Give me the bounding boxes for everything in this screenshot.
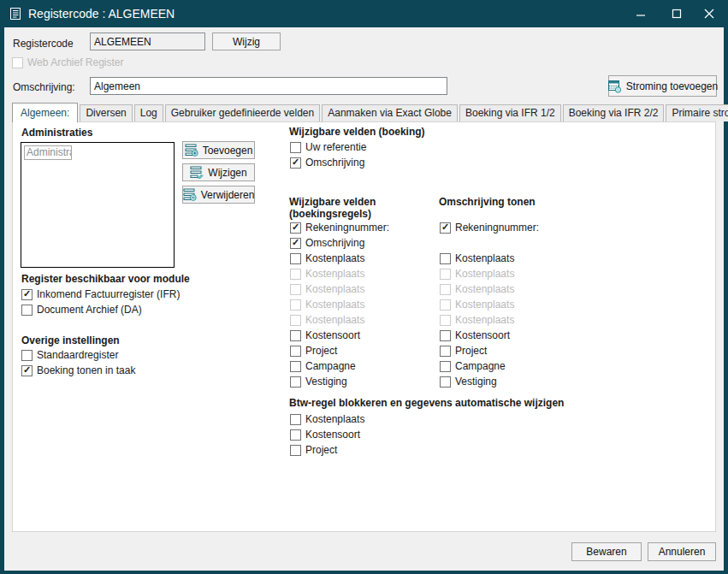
omschrijving-field[interactable] <box>90 77 447 95</box>
dialog-window: Registercode : ALGEMEEN Registercode Wij… <box>0 0 728 574</box>
checkbox-btw-project[interactable]: Project <box>290 442 364 458</box>
boekingsregels-heading-line1: Wijzigbare velden <box>289 196 376 208</box>
table-flow-icon <box>607 80 622 93</box>
checkbox-box <box>290 315 301 326</box>
checkbox-box <box>290 330 301 341</box>
verwijderen-button[interactable]: Verwijderen <box>182 186 255 204</box>
checkbox-box <box>440 253 451 264</box>
wijzig-button-label: Wijzig <box>233 36 260 48</box>
minimize-icon <box>636 9 646 19</box>
checkbox-box <box>290 142 301 153</box>
checkbox-label: Boeking tonen in taak <box>37 364 135 376</box>
checkbox-label: Kostensoort <box>305 329 360 341</box>
checkbox-vestiging[interactable]: Vestiging <box>290 374 389 389</box>
minimize-button[interactable] <box>630 5 652 22</box>
bewaren-button[interactable]: Bewaren <box>571 542 642 561</box>
tab-boeking-via-ifr-1-2[interactable]: Boeking via IFR 1/2 <box>459 104 561 121</box>
checkbox-tonen-kostenplaats[interactable]: Kostenplaats <box>440 251 539 266</box>
wijzig-button[interactable]: Wijzig <box>212 33 281 50</box>
administratie-list-item[interactable]: Administra <box>24 145 72 160</box>
checkbox-tonen-kostensoort[interactable]: Kostensoort <box>440 328 539 343</box>
tab-label: Aanmaken via Exact Globe <box>328 107 452 119</box>
checkbox-tonen-kostenplaats-2[interactable]: Kostenplaats <box>440 266 539 281</box>
table-remove-icon <box>183 188 197 201</box>
wijzigen-label: Wijzigen <box>208 167 246 179</box>
checkbox-tonen-kostenplaats-4[interactable]: Kostenplaats <box>440 297 539 312</box>
tab-content-panel: Administraties Administra Toevoegen Wi <box>12 121 716 532</box>
tab-label: Log <box>140 107 157 119</box>
checkbox-boeking-tonen-in-taak[interactable]: Boeking tonen in taak <box>21 364 135 377</box>
tab-boeking-via-ifr-2-2[interactable]: Boeking via IFR 2/2 <box>563 104 665 121</box>
checkbox-kostenplaats[interactable]: Kostenplaats <box>290 251 389 266</box>
window-title: Registercode : ALGEMEEN <box>28 7 175 21</box>
wijzigen-button[interactable]: Wijzigen <box>182 163 255 181</box>
checkbox-standaardregister[interactable]: Standaardregister <box>21 348 118 362</box>
checkbox-box <box>290 269 301 280</box>
checkbox-label: Document Archief (DA) <box>37 304 142 316</box>
table-add-icon <box>185 144 198 157</box>
checkbox-document-archief[interactable]: Document Archief (DA) <box>21 303 142 317</box>
checkbox-tonen-campagne[interactable]: Campagne <box>440 358 539 374</box>
checkbox-campagne[interactable]: Campagne <box>290 358 389 374</box>
checkbox-tonen-project[interactable]: Project <box>440 343 539 358</box>
bewaren-label: Bewaren <box>586 546 626 558</box>
annuleren-button[interactable]: Annuleren <box>648 542 716 561</box>
checkbox-label: Kostenplaats <box>455 314 514 326</box>
omschrijving-label: Omschrijving: <box>13 81 75 93</box>
stroming-toevoegen-button[interactable]: Stroming toevoegen <box>608 75 717 97</box>
checkbox-box <box>290 238 301 249</box>
tab-gebruiker-gedefinieerde-velden[interactable]: Gebruiker gedefinieerde velden <box>165 104 320 121</box>
checkbox-btw-kostensoort[interactable]: Kostensoort <box>290 427 364 442</box>
checkbox-rekeningnummer[interactable]: Rekeningnummer: <box>290 220 389 235</box>
checkbox-omschrijving-boeking[interactable]: Omschrijving <box>290 156 364 169</box>
checkbox-label: Campagne <box>305 360 356 372</box>
toevoegen-button[interactable]: Toevoegen <box>182 141 255 159</box>
checkbox-kostensoort[interactable]: Kostensoort <box>290 328 389 343</box>
checkbox-label: Project <box>305 345 337 357</box>
registercode-label: Registercode <box>13 38 74 50</box>
tab-log[interactable]: Log <box>134 104 163 121</box>
registercode-field[interactable] <box>90 33 205 50</box>
maximize-button[interactable] <box>666 5 688 22</box>
checkbox-kostenplaats-2[interactable]: Kostenplaats <box>290 266 389 281</box>
checkbox-kostenplaats-5[interactable]: Kostenplaats <box>290 312 389 328</box>
tab-diversen[interactable]: Diversen <box>80 104 132 121</box>
checkbox-box <box>440 299 451 311</box>
document-list-icon <box>9 7 22 21</box>
tab-aanmaken-via-exact-globe[interactable]: Aanmaken via Exact Globe <box>322 104 458 121</box>
checkbox-box <box>290 222 301 234</box>
checkbox-box <box>21 289 33 300</box>
close-button[interactable] <box>698 5 720 22</box>
checkbox-uw-referentie[interactable]: Uw referentie <box>290 140 366 154</box>
checkbox-tonen-kostenplaats-3[interactable]: Kostenplaats <box>440 281 539 297</box>
tab-strip: Algemeen: Diversen Log Gebruiker gedefin… <box>12 103 719 121</box>
checkbox-label: Kostenplaats <box>305 268 364 280</box>
checkbox-project[interactable]: Project <box>290 343 389 358</box>
checkbox-tonen-kostenplaats-5[interactable]: Kostenplaats <box>440 312 539 328</box>
checkbox-omschrijving-regels[interactable]: Omschrijving <box>290 235 389 251</box>
tab-label: Algemeen: <box>21 107 69 119</box>
checkbox-box <box>290 376 301 388</box>
checkbox-btw-kostenplaats[interactable]: Kostenplaats <box>290 411 364 427</box>
checkbox-box <box>440 315 451 326</box>
checkbox-label: Campagne <box>455 360 506 372</box>
boekingsregels-checkbox-list: Rekeningnummer: Omschrijving Kostenplaat… <box>290 220 389 389</box>
checkbox-box <box>440 376 451 388</box>
table-edit-icon <box>190 166 204 179</box>
checkbox-box <box>290 253 301 264</box>
checkbox-kostenplaats-3[interactable]: Kostenplaats <box>290 281 389 297</box>
checkbox-kostenplaats-4[interactable]: Kostenplaats <box>290 297 389 312</box>
checkbox-tonen-rekeningnummer[interactable]: Rekeningnummer: <box>440 220 539 235</box>
checkbox-box <box>290 361 301 372</box>
tab-primaire-stroming[interactable]: Primaire stroming <box>666 104 728 121</box>
checkbox-label: Kostenplaats <box>305 283 364 295</box>
checkbox-box <box>440 269 451 280</box>
administraties-listbox[interactable]: Administra <box>21 142 175 268</box>
checkbox-inkomend-factuurregister[interactable]: Inkomend Factuurregister (IFR) <box>21 287 180 301</box>
tab-algemeen[interactable]: Algemeen: <box>12 103 78 122</box>
checkbox-label: Project <box>305 444 337 456</box>
checkbox-label: Kostenplaats <box>455 252 514 264</box>
checkbox-web-archief-register[interactable]: Web Archief Register <box>12 56 124 69</box>
checkbox-tonen-vestiging[interactable]: Vestiging <box>440 374 539 389</box>
checkbox-label: Rekeningnummer: <box>455 222 539 234</box>
